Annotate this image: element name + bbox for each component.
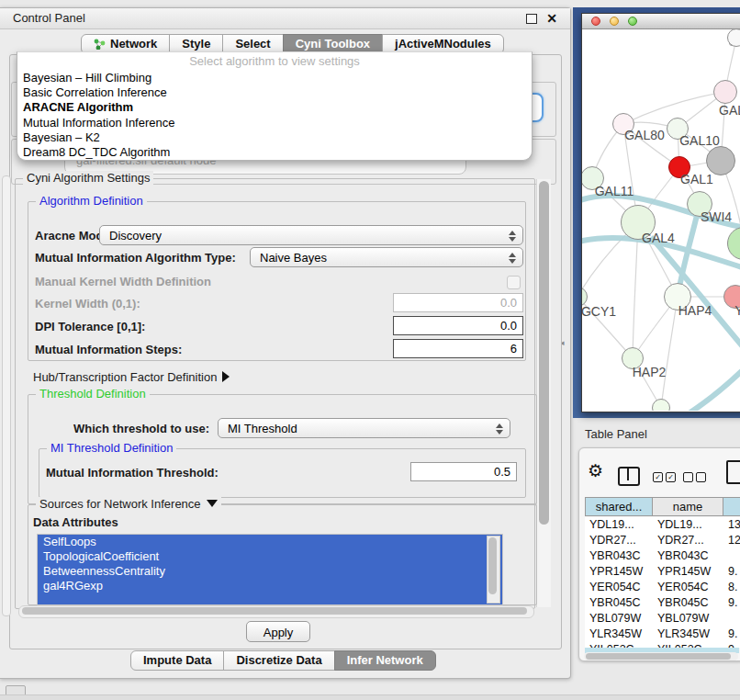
data-attributes-list: SelfLoopsTopologicalCoefficientBetweenne… — [37, 534, 503, 605]
algorithm-option[interactable]: ARACNE Algorithm — [17, 100, 532, 115]
table-cell[interactable]: YBL079W — [585, 611, 653, 627]
table-cell[interactable]: YER054C — [585, 580, 653, 595]
settings-vertical-scrollbar[interactable] — [536, 179, 551, 607]
table-cell[interactable] — [723, 611, 740, 627]
threshold-definition-title: Threshold Definition — [36, 387, 150, 401]
tab-discretize-data[interactable]: Discretize Data — [223, 650, 334, 671]
table-cell[interactable]: YER054C — [653, 580, 723, 595]
deselect-all-icon[interactable] — [683, 472, 706, 482]
aracne-mode-combo[interactable]: Discovery — [99, 225, 523, 245]
algorithm-option[interactable]: Dream8 DC_TDC Algorithm — [17, 145, 532, 160]
hub-definition-expander[interactable]: Hub/Transcription Factor Definition — [33, 370, 230, 384]
select-all-icon[interactable]: ✓✓ — [653, 472, 676, 482]
sources-title-row[interactable]: Sources for Network Inference — [36, 497, 221, 511]
table-cell[interactable]: YBR045C — [653, 595, 723, 611]
mi-threshold-field[interactable]: 0.5 — [410, 462, 517, 481]
attribute-list-item[interactable]: TopologicalCoefficient — [38, 549, 502, 564]
settings-horizontal-scrollbar[interactable] — [18, 605, 534, 618]
attribute-list-item[interactable]: SelfLoops — [38, 535, 502, 549]
table-cell[interactable]: 13 — [723, 517, 740, 533]
settings-vscroll-thumb[interactable] — [539, 181, 549, 525]
table-hscroll-thumb[interactable] — [586, 653, 731, 660]
algorithm-dropdown-popup: Select algorithm to view settings Bayesi… — [17, 51, 533, 161]
manual-kernel-checkbox[interactable] — [507, 276, 521, 289]
dpi-tolerance-label: DPI Tolerance [0,1]: — [35, 320, 145, 333]
manual-kernel-label: Manual Kernel Width Definition — [35, 275, 211, 288]
network-node-label: GAL10 — [679, 133, 720, 148]
gear-icon[interactable]: ⚙ — [588, 462, 603, 480]
tab-label: Style — [182, 37, 210, 51]
table-horizontal-scrollbar[interactable] — [584, 652, 738, 660]
attribute-list-item[interactable]: BetweennessCentrality — [38, 564, 502, 579]
dropdown-item-list: Bayesian – Hill ClimbingBasic Correlatio… — [17, 71, 532, 160]
table-cell[interactable]: YDR27... — [585, 533, 653, 548]
network-canvas[interactable]: GALGAL80GAL10GAL1GAL11SWI4GAL4HAP4YGCY1H… — [582, 29, 740, 411]
columns-icon[interactable] — [618, 467, 640, 486]
kernel-width-field[interactable]: 0.0 — [393, 293, 523, 312]
table-cell[interactable]: YPR145W — [585, 564, 653, 580]
close-traffic-light-icon[interactable] — [591, 17, 600, 26]
table-cell[interactable]: YBR043C — [585, 548, 653, 564]
zoom-traffic-light-icon[interactable] — [628, 17, 637, 26]
bottom-panel-edge — [0, 694, 740, 700]
bottom-tabbar: Impute DataDiscretize DataInfer Network — [130, 650, 436, 671]
algorithm-option[interactable]: Mutual Information Inference — [17, 116, 532, 130]
which-threshold-combo[interactable]: MI Threshold — [218, 418, 510, 438]
combo-stepper-icon — [496, 423, 503, 435]
algorithm-option[interactable]: Bayesian – Hill Climbing — [17, 71, 532, 85]
attributes-scroll-thumb[interactable] — [488, 537, 497, 594]
dpi-tolerance-field[interactable]: 0.0 — [393, 316, 523, 335]
function-icon[interactable] — [726, 460, 740, 484]
table-cell[interactable]: YLR345W — [585, 627, 653, 642]
mi-type-combo[interactable]: Naive Bayes — [250, 247, 523, 267]
table-cell[interactable]: YDL19... — [653, 517, 723, 533]
table-cell[interactable]: 8. — [723, 580, 740, 595]
column-header-name[interactable]: name — [653, 497, 723, 516]
network-node[interactable] — [706, 146, 735, 175]
control-panel-titlebar: Control Panel ✕ — [0, 8, 570, 29]
tab-impute-data[interactable]: Impute Data — [130, 650, 224, 671]
attribute-list-item[interactable]: gal4RGexp — [38, 579, 502, 593]
settings-hscroll-thumb[interactable] — [22, 607, 527, 615]
tab-infer-network[interactable]: Infer Network — [334, 650, 436, 671]
network-node-label: SWI4 — [701, 209, 732, 224]
network-node-label: GAL4 — [642, 231, 675, 245]
column-header-a[interactable]: A — [723, 497, 740, 516]
table-cell[interactable]: YDL19... — [585, 517, 653, 533]
table-cell[interactable]: YPR145W — [653, 564, 723, 580]
table-cell[interactable]: 9. — [723, 595, 740, 611]
table-cell[interactable]: YBR045C — [585, 595, 653, 611]
table-cell[interactable]: 12 — [723, 533, 740, 548]
network-icon — [94, 39, 106, 50]
table-cell[interactable]: 9. — [723, 627, 740, 642]
network-node[interactable] — [652, 399, 670, 411]
control-panel-window: Control Panel ✕ NetworkStyleSelectCyni T… — [0, 7, 571, 679]
column-header-shared[interactable]: shared... — [585, 497, 653, 516]
tab-label: Select — [235, 37, 270, 51]
table-cell[interactable]: YBR043C — [653, 548, 723, 564]
table-cell[interactable] — [723, 548, 740, 564]
tab-label: Network — [110, 37, 157, 51]
network-node-label: Y — [734, 303, 740, 318]
network-node-gal[interactable] — [713, 80, 737, 104]
algorithm-option[interactable]: Basic Correlation Inference — [17, 85, 532, 100]
screen: Control Panel ✕ NetworkStyleSelectCyni T… — [0, 0, 740, 700]
tab-label: Infer Network — [347, 653, 423, 667]
left-groove — [2, 175, 11, 616]
apply-button[interactable]: Apply — [246, 621, 310, 642]
close-icon[interactable]: ✕ — [546, 10, 557, 27]
attribute-list-item-partial[interactable] — [38, 593, 502, 605]
table-cell[interactable]: 9. — [723, 564, 740, 580]
table-cell[interactable]: YBL079W — [653, 611, 723, 627]
algorithm-option[interactable]: Bayesian – K2 — [17, 130, 532, 145]
network-node-label: GCY1 — [582, 304, 616, 319]
table-cell[interactable]: YLR345W — [653, 627, 723, 642]
network-node[interactable] — [727, 29, 740, 47]
float-window-icon[interactable] — [526, 14, 537, 24]
control-panel-title: Control Panel — [13, 11, 85, 25]
mi-steps-field[interactable]: 6 — [393, 339, 523, 358]
table-cell[interactable]: YDR27... — [653, 533, 723, 548]
minimize-traffic-light-icon[interactable] — [610, 17, 619, 26]
mi-type-value: Naive Bayes — [260, 251, 327, 265]
attributes-list-scrollbar[interactable] — [487, 536, 500, 604]
